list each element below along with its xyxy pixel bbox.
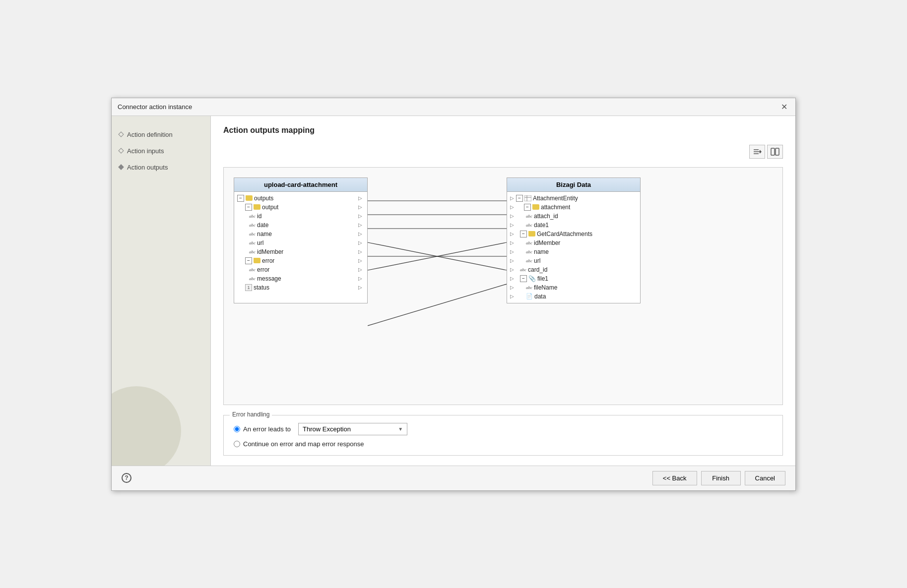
sidebar: Action definition Action inputs Action o…	[112, 116, 211, 466]
arrow-icon: ▷	[510, 213, 514, 219]
list-item: ▷ − AttachmentEntity	[507, 194, 640, 203]
item-label: url	[257, 239, 263, 246]
dropdown-arrow-icon: ▼	[398, 426, 403, 432]
arrow-icon: ▷	[358, 213, 362, 219]
connections-svg	[368, 177, 507, 376]
arrow-icon: ▷	[510, 276, 514, 281]
list-item: ▷ abc name	[507, 247, 640, 256]
expand-icon[interactable]: −	[520, 275, 527, 282]
abc-icon: abc	[249, 240, 256, 245]
finish-button[interactable]: Finish	[701, 471, 741, 485]
help-button[interactable]: ?	[122, 473, 131, 483]
arrow-icon: ▷	[358, 249, 362, 254]
error-row-1: An error leads to Throw Exception ▼	[234, 423, 773, 435]
arrow-icon: ▷	[510, 249, 514, 254]
arrow-icon: ▷	[358, 267, 362, 272]
sidebar-item-label: Action inputs	[127, 147, 164, 155]
arrow-icon: ▷	[358, 276, 362, 281]
error-handling-section: Error handling An error leads to Throw E…	[223, 415, 783, 456]
arrow-icon: ▷	[358, 222, 362, 228]
sidebar-item-action-inputs[interactable]: Action inputs	[119, 147, 203, 155]
item-label: error	[262, 257, 274, 264]
cancel-button[interactable]: Cancel	[745, 471, 785, 485]
svg-rect-4	[771, 148, 775, 155]
item-label: date1	[534, 222, 549, 229]
expand-icon[interactable]: −	[245, 257, 252, 264]
list-item: ▷ 📄 data	[507, 292, 640, 301]
footer-left: ?	[122, 473, 131, 483]
radio-label-2[interactable]: Continue on error and map error response	[234, 440, 364, 448]
list-item: ▷ abc attach_id	[507, 212, 640, 221]
abc-icon: abc	[249, 232, 256, 236]
right-panel-header: Bizagi Data	[507, 178, 640, 192]
svg-line-12	[368, 284, 507, 326]
arrow-icon: ▷	[510, 267, 514, 272]
folder-icon	[254, 258, 260, 263]
abc-icon: abc	[249, 267, 256, 272]
abc-icon: abc	[526, 258, 532, 263]
num-icon: 1	[245, 284, 252, 291]
diamond-icon	[118, 131, 124, 137]
connection-area	[368, 177, 507, 303]
list-item: ▷ − GetCardAttachments	[507, 230, 640, 238]
table-icon	[524, 195, 531, 201]
abc-icon: abc	[526, 285, 532, 290]
expand-icon[interactable]: −	[245, 204, 252, 211]
list-item: ▷ abc card_id	[507, 265, 640, 274]
item-label: AttachmentEntity	[533, 195, 578, 202]
abc-icon: abc	[520, 267, 526, 272]
left-panel-body: − outputs ▷ − output ▷	[234, 192, 367, 294]
expand-icon[interactable]: −	[516, 195, 523, 202]
list-item: abc id ▷	[234, 212, 367, 221]
item-label: url	[534, 257, 540, 264]
item-label: file1	[537, 275, 548, 282]
arrow-icon: ▷	[358, 240, 362, 245]
sidebar-item-action-outputs[interactable]: Action outputs	[119, 164, 203, 171]
sidebar-item-label: Action definition	[127, 131, 173, 138]
left-panel-header: upload-card-attachment	[234, 178, 367, 192]
dialog-body: Action definition Action inputs Action o…	[112, 116, 795, 466]
list-item: ▷ − 📎 file1	[507, 274, 640, 283]
svg-marker-3	[760, 150, 762, 154]
radio-error-leads-to[interactable]	[234, 426, 240, 432]
error-handling-legend: Error handling	[230, 411, 272, 418]
radio-label-text: An error leads to	[243, 425, 291, 433]
map-fields-button[interactable]	[749, 145, 765, 159]
abc-icon: abc	[249, 214, 256, 219]
left-tree-panel: upload-card-attachment − outputs ▷	[234, 177, 368, 303]
list-item: abc error ▷	[234, 265, 367, 274]
abc-icon: abc	[526, 223, 532, 228]
sidebar-item-action-definition[interactable]: Action definition	[119, 131, 203, 138]
expand-icon[interactable]: −	[237, 195, 244, 202]
item-label: error	[257, 266, 269, 273]
item-label: fileName	[534, 284, 557, 291]
folder-icon	[246, 195, 253, 201]
item-label: attachment	[541, 204, 570, 211]
arrow-icon: ▷	[510, 294, 514, 299]
main-content: Action outputs mapping	[211, 116, 795, 466]
arrow-icon: ▷	[510, 285, 514, 290]
view-button[interactable]	[767, 145, 783, 159]
list-item: abc idMember ▷	[234, 247, 367, 256]
sidebar-item-label: Action outputs	[127, 164, 168, 171]
list-item: − error ▷	[234, 256, 367, 265]
item-label: attach_id	[534, 213, 558, 220]
item-label: idMember	[534, 239, 560, 246]
view-icon	[771, 148, 779, 156]
dialog-footer: ? << Back Finish Cancel	[112, 466, 795, 490]
expand-icon[interactable]: −	[524, 204, 531, 211]
list-item: ▷ − attachment	[507, 203, 640, 212]
radio-label-1[interactable]: An error leads to	[234, 425, 291, 433]
item-label: name	[257, 231, 272, 237]
expand-icon[interactable]: −	[520, 231, 527, 237]
diamond-icon	[118, 148, 124, 153]
list-item: 1 status ▷	[234, 283, 367, 292]
close-button[interactable]: ✕	[779, 102, 789, 112]
back-button[interactable]: << Back	[652, 471, 697, 485]
throw-exception-dropdown[interactable]: Throw Exception ▼	[298, 423, 407, 435]
radio-continue-on-error[interactable]	[234, 441, 240, 447]
dialog-titlebar: Connector action instance ✕	[112, 98, 795, 116]
arrow-icon: ▷	[358, 195, 362, 201]
list-item: ▷ abc url	[507, 256, 640, 265]
folder-icon	[532, 204, 539, 210]
